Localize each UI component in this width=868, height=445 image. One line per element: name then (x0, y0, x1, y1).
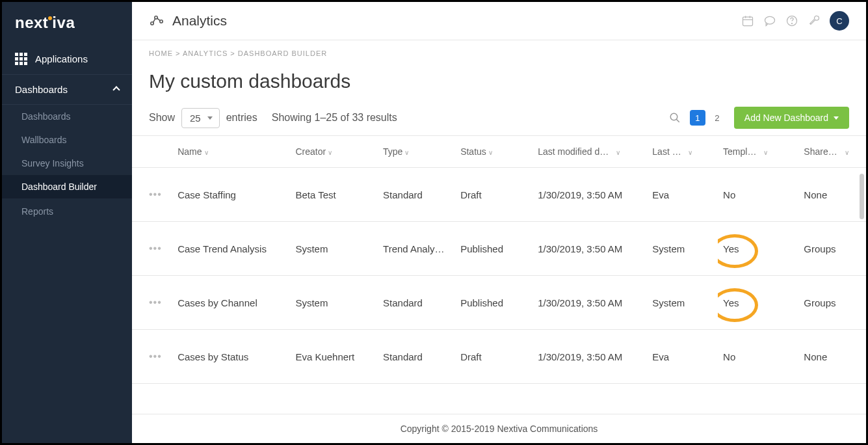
results-text: Showing 1–25 of 33 results (272, 112, 397, 124)
cell-template: Yes (718, 276, 798, 330)
table-row[interactable]: ••• Cases by Status Eva Kuehnert Standar… (132, 330, 866, 384)
sidebar-item-dashboard-builder[interactable]: Dashboard Builder (2, 175, 132, 198)
cell-modified: 1/30/2019, 3:50 AM (533, 330, 647, 384)
cell-shared: None (798, 330, 866, 384)
row-actions-icon[interactable]: ••• (149, 243, 162, 254)
cell-template: No (718, 168, 798, 222)
search-icon[interactable] (669, 112, 681, 124)
page-2[interactable]: 2 (709, 110, 725, 126)
cell-creator: System (290, 222, 378, 276)
nav-applications[interactable]: Applications (2, 44, 132, 75)
svg-point-12 (670, 113, 677, 120)
dashboards-table: Name∨ Creator∨ Type∨ Status∨ Last modifi… (132, 136, 866, 384)
cell-type: Standard (378, 330, 455, 384)
cell-modifier: System (647, 276, 718, 330)
col-status[interactable]: Status∨ (455, 136, 533, 168)
show-label: Show (149, 112, 175, 124)
nav-applications-label: Applications (35, 53, 88, 64)
cell-name: Case Trend Analysis (172, 222, 290, 276)
svg-point-9 (765, 16, 775, 24)
col-type[interactable]: Type∨ (378, 136, 455, 168)
analytics-icon (149, 12, 164, 30)
svg-point-0 (151, 22, 153, 25)
avatar[interactable]: C (830, 11, 849, 31)
cell-name: Cases by Status (172, 330, 290, 384)
breadcrumb-home[interactable]: HOME (149, 49, 173, 57)
row-actions-icon[interactable]: ••• (149, 297, 162, 308)
cell-type: Standard (378, 276, 455, 330)
cell-shared: Groups (798, 276, 866, 330)
cell-modified: 1/30/2019, 3:50 AM (533, 276, 647, 330)
settings-icon[interactable] (808, 14, 821, 27)
add-new-dashboard-button[interactable]: Add New Dashboard (734, 107, 849, 129)
page-title: My custom dashboards (132, 61, 866, 107)
apps-grid-icon (15, 53, 27, 65)
cell-creator: System (290, 276, 378, 330)
cell-shared: Groups (798, 222, 866, 276)
svg-line-4 (157, 18, 161, 21)
table-row[interactable]: ••• Case Staffing Beta Test Standard Dra… (132, 168, 866, 222)
sidebar-item-dashboards[interactable]: Dashboards (2, 105, 132, 128)
cell-status: Draft (455, 168, 533, 222)
pagination: 1 2 (690, 110, 725, 126)
svg-line-13 (676, 119, 679, 122)
svg-line-3 (153, 19, 155, 23)
cell-modifier: System (647, 222, 718, 276)
col-modifier[interactable]: Last … ∨ (647, 136, 718, 168)
cell-name: Case Staffing (172, 168, 290, 222)
logo: nextiva (2, 2, 132, 44)
cell-creator: Beta Test (290, 168, 378, 222)
col-shared[interactable]: Share… ∨ (798, 136, 866, 168)
footer: Copyright © 2015-2019 Nextiva Communicat… (132, 414, 866, 443)
row-actions-icon[interactable]: ••• (149, 351, 162, 362)
table-row[interactable]: ••• Case Trend Analysis System Trend Ana… (132, 222, 866, 276)
cell-shared: None (798, 168, 866, 222)
col-name[interactable]: Name∨ (172, 136, 290, 168)
nav-dashboards-header[interactable]: Dashboards (2, 75, 132, 105)
caret-down-icon (834, 116, 839, 120)
col-template[interactable]: Templ… ∨ (718, 136, 798, 168)
table-wrap: Name∨ Creator∨ Type∨ Status∨ Last modifi… (132, 135, 866, 414)
cell-creator: Eva Kuehnert (290, 330, 378, 384)
cell-name: Cases by Channel (172, 276, 290, 330)
cell-template: Yes (718, 222, 798, 276)
main: Analytics C HOME > (132, 2, 866, 443)
chevron-up-icon (112, 86, 120, 93)
header: Analytics C (132, 2, 866, 40)
row-actions-icon[interactable]: ••• (149, 189, 162, 200)
sidebar-item-wallboards[interactable]: Wallboards (2, 128, 132, 152)
cell-modifier: Eva (647, 168, 718, 222)
scrollbar[interactable] (860, 174, 864, 219)
nav-dashboards-label: Dashboards (15, 84, 68, 95)
col-creator[interactable]: Creator∨ (290, 136, 378, 168)
cell-type: Standard (378, 168, 455, 222)
cell-template: No (718, 330, 798, 384)
cell-modified: 1/30/2019, 3:50 AM (533, 222, 647, 276)
controls-row: Show 25 entries Showing 1–25 of 33 resul… (132, 107, 866, 135)
breadcrumb: HOME > ANALYTICS > DASHBOARD BUILDER (132, 40, 866, 61)
sidebar-item-reports[interactable]: Reports (2, 198, 132, 224)
page-1[interactable]: 1 (690, 110, 705, 126)
svg-point-11 (792, 23, 793, 24)
col-modified[interactable]: Last modified d… ∨ (533, 136, 647, 168)
help-icon[interactable] (785, 14, 798, 27)
cell-status: Draft (455, 330, 533, 384)
entries-select[interactable]: 25 (181, 108, 220, 128)
breadcrumb-current: DASHBOARD BUILDER (238, 49, 327, 57)
page-header-title: Analytics (172, 13, 227, 29)
chat-icon[interactable] (763, 14, 776, 27)
cell-status: Published (455, 222, 533, 276)
entries-label: entries (226, 112, 257, 124)
svg-rect-5 (743, 17, 753, 25)
cell-modifier: Eva (647, 330, 718, 384)
calendar-icon[interactable] (741, 14, 754, 27)
cell-type: Trend Analy… (378, 222, 455, 276)
cell-status: Published (455, 276, 533, 330)
table-row[interactable]: ••• Cases by Channel System Standard Pub… (132, 276, 866, 330)
sidebar: nextiva Applications Dashboards Dashboar… (2, 2, 132, 443)
breadcrumb-analytics[interactable]: ANALYTICS (183, 49, 228, 57)
sidebar-item-survey-insights[interactable]: Survey Insights (2, 152, 132, 175)
cell-modified: 1/30/2019, 3:50 AM (533, 168, 647, 222)
